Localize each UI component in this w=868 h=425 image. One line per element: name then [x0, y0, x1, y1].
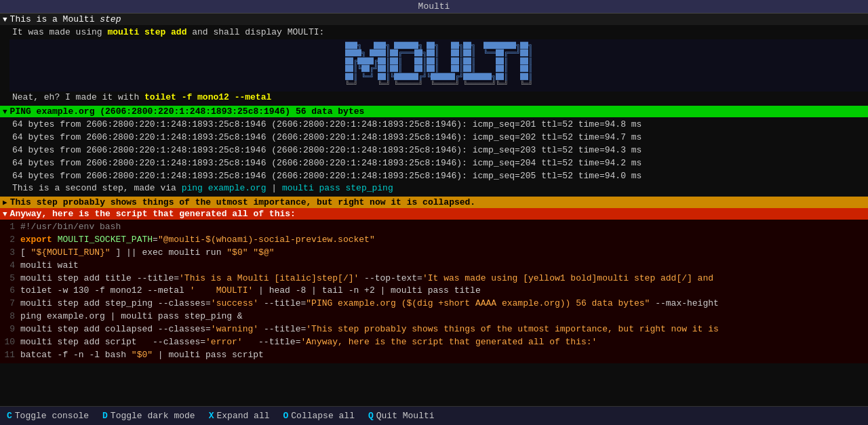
step4-header-text: Anyway, here is the script that generate…	[10, 209, 296, 219]
step4-header[interactable]: ▼ Anyway, here is the script that genera…	[0, 208, 868, 220]
toggle-dark-mode-label: Toggle dark mode	[111, 411, 195, 421]
step4-arrow: ▼	[3, 210, 7, 218]
scrollable-area[interactable]: ▼ This is a Moulti step It was made usin…	[0, 14, 868, 406]
script-line-3: 3 [ "${MOULTI_RUN}" ] || exec moulti run…	[0, 247, 868, 260]
quit-label: Quit Moulti	[376, 411, 435, 421]
step1-header[interactable]: ▼ This is a Moulti step	[0, 14, 868, 25]
ascii-art-area: ███╗ ███╗ ██████╗ ██╗ ██╗██╗ ████████╗██…	[9, 39, 868, 92]
collapse-all-label: Collapse all	[291, 411, 355, 421]
script-line-8: 8 ping example.org | moulti pass step_pi…	[0, 310, 868, 323]
step3-arrow: ▶	[3, 198, 7, 207]
step-title-panel: ▼ This is a Moulti step It was made usin…	[0, 14, 868, 106]
app-title: Moulti	[418, 1, 450, 12]
step2-footer-cmd1: ping example.org	[182, 183, 267, 193]
quit-button[interactable]: Q Quit Moulti	[361, 407, 441, 425]
script-line-4: 4 moulti wait	[0, 260, 868, 272]
step2-arrow: ▼	[3, 108, 7, 116]
script-line-7: 7 moulti step add step_ping --classes='s…	[0, 298, 868, 310]
step-ping-panel: ▼ PING example.org (2606:2800:220:1:248:…	[0, 106, 868, 197]
step-warning-panel: ▶ This step probably shows things of the…	[0, 197, 868, 208]
step4-content: 1 #!/usr/bin/env bash 2 export MOULTI_SO…	[0, 220, 868, 363]
step1-header-text: This is a Moulti step	[10, 14, 121, 24]
step2-ping-line-4: 64 bytes from 2606:2800:220:1:248:1893:2…	[9, 157, 868, 170]
main-content: ▼ This is a Moulti step It was made usin…	[0, 14, 868, 406]
script-line-5: 5 moulti step add title --title='This is…	[0, 272, 868, 285]
expand-all-key: X	[209, 411, 214, 421]
step1-line2: Neat, eh? I made it with toilet -f mono1…	[9, 92, 868, 104]
title-bar: Moulti	[0, 0, 868, 14]
moulti-ascii: ███╗ ███╗ ██████╗ ██╗ ██╗██╗ ████████╗██…	[345, 42, 532, 89]
script-line-2: 2 export MOULTI_SOCKET_PATH="@moulti-$(w…	[0, 234, 868, 247]
step-script-panel: ▼ Anyway, here is the script that genera…	[0, 208, 868, 363]
expand-all-label: Expand all	[216, 411, 269, 421]
step2-footer: This is a second step, made via ping exa…	[9, 182, 868, 195]
step2-ping-line-1: 64 bytes from 2606:2800:220:1:248:1893:2…	[9, 119, 868, 131]
step3-header[interactable]: ▶ This step probably shows things of the…	[0, 197, 868, 208]
step1-content: It was made using moulti step add and sh…	[0, 25, 868, 106]
toggle-dark-mode-key: D	[102, 411, 108, 421]
step2-content: 64 bytes from 2606:2800:220:1:248:1893:2…	[0, 117, 868, 197]
step1-line1: It was made using moulti step add and sh…	[9, 26, 868, 39]
step3-header-text: This step probably shows things of the u…	[10, 197, 476, 207]
step2-ping-line-3: 64 bytes from 2606:2800:220:1:248:1893:2…	[9, 144, 868, 157]
script-line-9: 9 moulti step add collapsed --classes='w…	[0, 323, 868, 336]
step1-arrow: ▼	[3, 16, 7, 24]
toggle-console-button[interactable]: C Toggle console	[0, 407, 96, 425]
quit-key: Q	[368, 411, 374, 421]
script-line-6: 6 toilet -w 130 -f mono12 --metal ' MOUL…	[0, 285, 868, 298]
step2-footer-cmd2: moulti pass step_ping	[282, 183, 393, 193]
toggle-dark-mode-button[interactable]: D Toggle dark mode	[96, 407, 202, 425]
expand-all-button[interactable]: X Expand all	[202, 407, 277, 425]
step2-ping-line-5: 64 bytes from 2606:2800:220:1:248:1893:2…	[9, 170, 868, 183]
step2-ping-line-2: 64 bytes from 2606:2800:220:1:248:1893:2…	[9, 131, 868, 144]
toggle-console-label: Toggle console	[15, 411, 89, 421]
step1-cmd1: moulti step add	[107, 27, 186, 37]
bottom-bar: C Toggle console D Toggle dark mode X Ex…	[0, 406, 868, 425]
script-line-10: 10 moulti step add script --classes='err…	[0, 336, 868, 349]
script-line-11: 11 batcat -f -n -l bash "$0" | moulti pa…	[0, 349, 868, 362]
step2-header-text: PING example.org (2606:2800:220:1:248:18…	[10, 106, 365, 117]
toggle-console-key: C	[7, 411, 12, 421]
collapse-all-button[interactable]: O Collapse all	[277, 407, 361, 425]
script-line-1: 1 #!/usr/bin/env bash	[0, 221, 868, 234]
step1-cmd2: toilet -f mono12 --metal	[144, 92, 271, 102]
step2-header[interactable]: ▼ PING example.org (2606:2800:220:1:248:…	[0, 106, 868, 117]
collapse-all-key: O	[283, 411, 289, 421]
